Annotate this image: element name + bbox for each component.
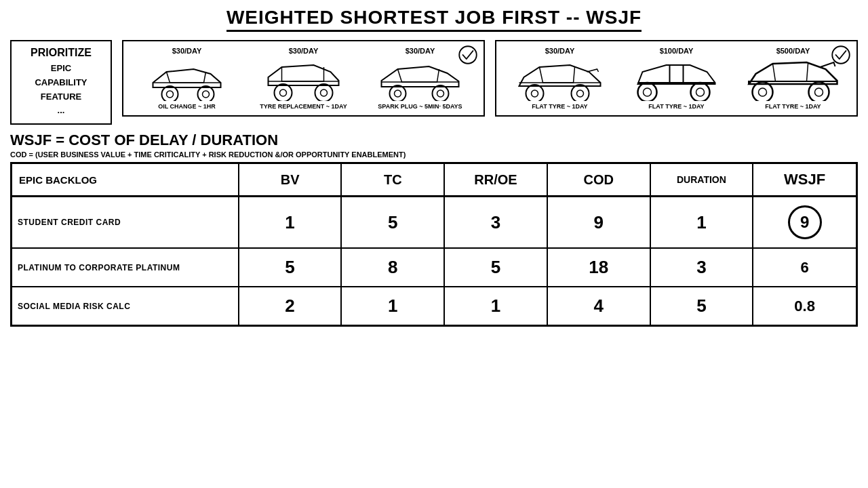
main-title: WEIGHTED SHORTEST JOB FIRST -- WSJF (226, 7, 642, 32)
car-item-flat2: $100/DAY FLA (620, 47, 733, 110)
header-epic: EPIC BACKLOG (12, 164, 239, 197)
duration-2: 3 (650, 248, 753, 287)
car-price-right-3: $500/DAY (776, 47, 810, 55)
epic-name-1: STUDENT CREDIT CARD (12, 197, 239, 249)
svg-point-9 (321, 89, 328, 96)
svg-point-19 (572, 85, 589, 101)
car-price-right-2: $100/DAY (660, 47, 694, 55)
tc-1: 5 (341, 197, 444, 249)
table-body: STUDENT CREDIT CARD 1 5 3 9 1 9 PLATINUM… (12, 197, 856, 325)
bv-3: 2 (239, 287, 342, 325)
svg-point-2 (167, 91, 174, 98)
car-item-flat1: $30/DAY FLAT (503, 47, 616, 110)
car-label-2: TYRE REPLACEMENT ~ 1DAY (260, 103, 347, 110)
cod-1: 9 (547, 197, 650, 249)
rroe-3: 1 (444, 287, 547, 325)
car-svg-right-1 (503, 57, 616, 101)
car-price-right-1: $30/DAY (545, 47, 575, 55)
table-header: EPIC BACKLOG BV TC RR/OE COD DURATION WS… (12, 164, 856, 197)
svg-point-13 (433, 85, 449, 101)
epic-name-3: SOCIAL MEDIA RISK CALC (12, 287, 239, 325)
car-svg-1 (130, 57, 243, 101)
car-box-right: $30/DAY FLAT (495, 40, 858, 117)
duration-1: 1 (650, 197, 753, 249)
rroe-1: 3 (444, 197, 547, 249)
svg-point-7 (280, 89, 287, 96)
cod-3: 4 (547, 287, 650, 325)
header-cod: COD (547, 164, 650, 197)
wsjf-circled-1: 9 (788, 205, 822, 239)
formula-section: WSJF = COST OF DELAY / DURATION COD = (U… (10, 131, 858, 159)
car-label-right-3: FLAT TYRE ~ 1DAY (765, 103, 821, 110)
svg-point-14 (437, 90, 444, 97)
header-bv: BV (239, 164, 342, 197)
prioritize-item-feature: FEATURE (20, 90, 102, 104)
top-section: PRIORITIZE EPIC CAPABILITY FEATURE ... (10, 40, 858, 125)
svg-point-4 (203, 91, 210, 98)
svg-point-16 (832, 46, 850, 64)
tc-2: 8 (341, 248, 444, 287)
car-box-right-inner: $30/DAY FLAT (503, 47, 850, 110)
header-wsjf: WSJF (753, 164, 856, 197)
prioritize-title: PRIORITIZE (20, 47, 102, 59)
prioritize-item-capability: CAPABILITY (20, 76, 102, 90)
page: WEIGHTED SHORTEST JOB FIRST -- WSJF PRIO… (0, 0, 868, 488)
svg-point-18 (532, 90, 538, 97)
car-label-right-1: FLAT TYRE ~ 1DAY (532, 103, 587, 110)
checkmark-icon-left (458, 45, 478, 65)
car-label-3: SPARK PLUG ~ 5MIN· 5DAYS (378, 103, 462, 110)
car-box-left: $30/DAY (122, 40, 485, 117)
svg-point-20 (577, 90, 584, 97)
car-price-2: $30/DAY (289, 47, 319, 55)
prioritize-item-more: ... (20, 104, 102, 118)
car-svg-right-2 (620, 57, 733, 101)
car-svg-2 (247, 57, 360, 101)
svg-point-3 (198, 86, 214, 101)
car-box-left-inner: $30/DAY (130, 47, 477, 110)
formula-sub: COD = (USER BUSINESS VALUE + TIME CRITIC… (10, 150, 858, 159)
svg-point-6 (275, 84, 292, 101)
svg-point-0 (459, 46, 477, 64)
cod-2: 18 (547, 248, 650, 287)
tc-3: 1 (341, 287, 444, 325)
prioritize-box: PRIORITIZE EPIC CAPABILITY FEATURE ... (10, 40, 112, 125)
bv-1: 1 (239, 197, 342, 249)
header-rroe: RR/OE (444, 164, 547, 197)
svg-point-22 (638, 83, 657, 101)
svg-point-28 (759, 88, 767, 96)
svg-point-11 (390, 85, 406, 101)
car-item-oil-change: $30/DAY (130, 47, 243, 110)
wsjf-2: 6 (753, 248, 856, 287)
wsjf-table: EPIC BACKLOG BV TC RR/OE COD DURATION WS… (12, 164, 856, 325)
car-label-1: OIL CHANGE ~ 1HR (158, 103, 216, 110)
car-boxes-container: $30/DAY (122, 40, 858, 117)
wsjf-3: 0.8 (753, 287, 856, 325)
car-price-1: $30/DAY (172, 47, 202, 55)
table-row: STUDENT CREDIT CARD 1 5 3 9 1 9 (12, 197, 856, 249)
svg-point-24 (691, 83, 710, 101)
prioritize-items: EPIC CAPABILITY FEATURE ... (20, 62, 102, 118)
table-row: PLATINUM TO CORPORATE PLATINUM 5 8 5 18 … (12, 248, 856, 287)
table-container: EPIC BACKLOG BV TC RR/OE COD DURATION WS… (10, 162, 858, 327)
svg-point-23 (644, 88, 652, 96)
checkmark-icon-right (831, 45, 851, 65)
rroe-2: 5 (444, 248, 547, 287)
car-item-tyre: $30/DAY TYRE REPLACEMENT ~ 1DAY (247, 47, 360, 110)
bv-2: 5 (239, 248, 342, 287)
table-row: SOCIAL MEDIA RISK CALC 2 1 1 4 5 0.8 (12, 287, 856, 325)
svg-point-1 (162, 86, 178, 101)
svg-point-30 (815, 88, 823, 96)
header-tc: TC (341, 164, 444, 197)
car-label-right-2: FLAT TYRE ~ 1DAY (648, 103, 704, 110)
formula-title: WSJF = COST OF DELAY / DURATION (10, 131, 858, 149)
car-price-3: $30/DAY (406, 47, 435, 55)
duration-3: 5 (650, 287, 753, 325)
epic-name-2: PLATINUM TO CORPORATE PLATINUM (12, 248, 239, 287)
svg-point-17 (526, 85, 544, 101)
header-duration: DURATION (650, 164, 753, 197)
prioritize-item-epic: EPIC (20, 62, 102, 76)
svg-point-12 (395, 90, 401, 97)
svg-point-25 (696, 88, 705, 96)
title-section: WEIGHTED SHORTEST JOB FIRST -- WSJF (10, 7, 858, 32)
header-row: EPIC BACKLOG BV TC RR/OE COD DURATION WS… (12, 164, 856, 197)
